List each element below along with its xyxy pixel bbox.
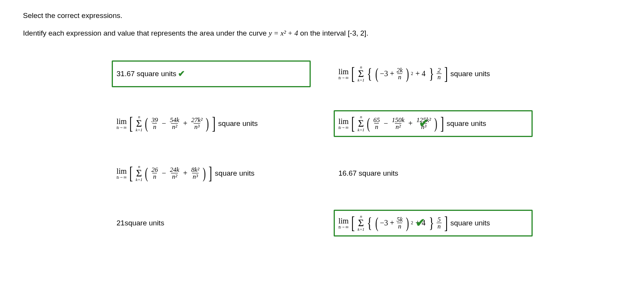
tile-b[interactable]: limn→∞ [ nΣk=1 { ( −3 + 2kn )2 + 4 } 2n … bbox=[334, 60, 533, 87]
prompt-text: Identify each expression and value that … bbox=[23, 29, 621, 38]
tile-f[interactable]: 16.67 square units bbox=[334, 160, 533, 187]
tile-g[interactable]: 21square units bbox=[112, 210, 311, 236]
tile-h[interactable]: limn→∞ [ nΣk=1 { ( −3 + 5kn )2 + 4 ✔ } 5… bbox=[334, 210, 533, 236]
tile-a-text: 31.67 square units bbox=[117, 70, 176, 78]
units-label: square units bbox=[218, 119, 258, 128]
units-label: square units bbox=[450, 70, 490, 78]
tile-d-formula: limn→∞ [ nΣk=1 ( 65n − 150kn² + 125k²n³ … bbox=[339, 115, 445, 132]
units-label: square units bbox=[215, 169, 255, 178]
tile-b-formula: limn→∞ [ nΣk=1 { ( −3 + 2kn )2 + 4 } 2n … bbox=[339, 65, 449, 82]
tile-e-formula: limn→∞ [ nΣk=1 ( 26n − 24kn² + 8k²n³ ) ] bbox=[117, 165, 214, 181]
units-label: square units bbox=[450, 219, 490, 227]
tile-a[interactable]: 31.67 square units ✔ bbox=[112, 60, 311, 87]
tile-c[interactable]: limn→∞ [ nΣk=1 ( 39n − 54kn² + 27k²n³ ) … bbox=[112, 110, 311, 137]
tile-h-formula: limn→∞ [ nΣk=1 { ( −3 + 5kn )2 + 4 ✔ } 5… bbox=[339, 215, 449, 231]
tile-f-text: 16.67 square units bbox=[339, 169, 398, 178]
answer-grid: 31.67 square units ✔ limn→∞ [ nΣk=1 { ( … bbox=[112, 60, 533, 236]
tile-e[interactable]: limn→∞ [ nΣk=1 ( 26n − 24kn² + 8k²n³ ) ]… bbox=[112, 160, 311, 187]
tile-g-text: 21square units bbox=[117, 219, 165, 227]
instruction-text: Select the correct expressions. bbox=[23, 11, 621, 20]
check-icon: ✔ bbox=[178, 69, 185, 79]
tile-c-formula: limn→∞ [ nΣk=1 ( 39n − 54kn² + 27k²n³ ) … bbox=[117, 115, 217, 132]
units-label: square units bbox=[447, 119, 486, 128]
tile-d[interactable]: limn→∞ [ nΣk=1 ( 65n − 150kn² + 125k²n³ … bbox=[334, 110, 533, 137]
